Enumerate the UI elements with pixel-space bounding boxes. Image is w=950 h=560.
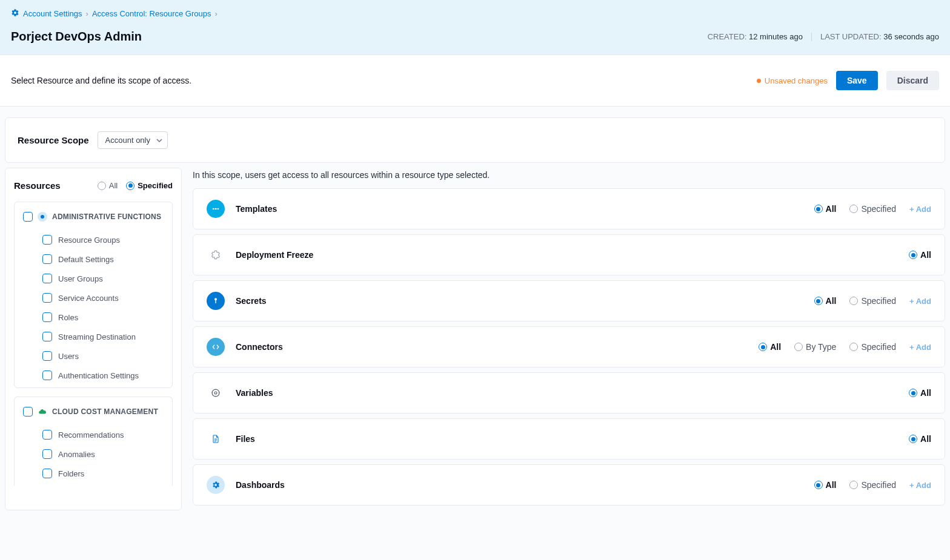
radio-all[interactable]: All bbox=[759, 342, 781, 352]
item-label: Default Settings bbox=[58, 255, 114, 264]
updated-value: 36 seconds ago bbox=[883, 32, 939, 41]
breadcrumb-account-settings[interactable]: Account Settings bbox=[23, 9, 82, 18]
radio-specified[interactable]: Specified bbox=[849, 204, 896, 214]
resource-row-secrets: Secrets All Specified + Add bbox=[193, 280, 945, 321]
add-button[interactable]: + Add bbox=[909, 297, 931, 306]
radio-label: All bbox=[920, 434, 931, 444]
radio-icon bbox=[909, 389, 917, 397]
item-checkbox[interactable] bbox=[42, 235, 52, 245]
filter-specified-label: Specified bbox=[138, 181, 173, 190]
resource-name: Deployment Freeze bbox=[236, 250, 313, 260]
item-checkbox[interactable] bbox=[42, 351, 52, 361]
filter-all-radio[interactable]: All bbox=[98, 181, 118, 190]
deployment-freeze-icon bbox=[207, 246, 225, 264]
svg-point-5 bbox=[212, 389, 219, 397]
sidebar-item-folders[interactable]: Folders bbox=[23, 464, 164, 483]
radio-all[interactable]: All bbox=[909, 250, 931, 260]
chevron-right-icon: › bbox=[214, 9, 217, 18]
breadcrumb: Account Settings › Access Control: Resou… bbox=[11, 8, 939, 19]
resource-name: Secrets bbox=[236, 296, 267, 306]
radio-all[interactable]: All bbox=[909, 388, 931, 398]
item-label: Users bbox=[58, 352, 79, 361]
radio-label: Specified bbox=[861, 204, 896, 214]
resource-scope-dropdown[interactable]: Account only bbox=[98, 131, 168, 149]
sidebar-item-auth-settings[interactable]: Authentication Settings bbox=[23, 366, 164, 385]
item-checkbox[interactable] bbox=[42, 469, 52, 478]
sidebar-item-recommendations[interactable]: Recommendations bbox=[23, 425, 164, 444]
sidebar-item-user-groups[interactable]: User Groups bbox=[23, 269, 164, 288]
discard-button[interactable]: Discard bbox=[886, 71, 939, 90]
radio-label: All bbox=[920, 388, 931, 398]
add-button[interactable]: + Add bbox=[909, 481, 931, 490]
main-description: In this scope, users get access to all r… bbox=[193, 168, 945, 180]
resource-name: Dashboards bbox=[236, 480, 285, 490]
sidebar-item-users[interactable]: Users bbox=[23, 346, 164, 366]
group-title: CLOUD COST MANAGEMENT bbox=[52, 407, 158, 416]
radio-specified[interactable]: Specified bbox=[849, 296, 896, 306]
radio-all[interactable]: All bbox=[814, 204, 837, 214]
secrets-icon bbox=[207, 292, 225, 310]
item-checkbox[interactable] bbox=[42, 371, 52, 380]
item-checkbox[interactable] bbox=[42, 274, 52, 283]
sidebar-item-default-settings[interactable]: Default Settings bbox=[23, 249, 164, 269]
item-label: Recommendations bbox=[58, 430, 124, 440]
breadcrumb-access-control[interactable]: Access Control: Resource Groups bbox=[92, 9, 211, 18]
resource-row-deployment-freeze: Deployment Freeze All bbox=[193, 234, 945, 275]
add-button[interactable]: + Add bbox=[909, 343, 931, 352]
radio-specified[interactable]: Specified bbox=[849, 480, 896, 490]
add-button[interactable]: + Add bbox=[909, 205, 931, 214]
variables-icon bbox=[207, 384, 225, 402]
main-panel: In this scope, users get access to all r… bbox=[193, 168, 945, 510]
item-checkbox[interactable] bbox=[42, 332, 52, 341]
group-checkbox[interactable] bbox=[23, 407, 33, 417]
page-header: Account Settings › Access Control: Resou… bbox=[0, 0, 950, 55]
radio-bytype[interactable]: By Type bbox=[794, 342, 836, 352]
radio-icon bbox=[814, 205, 823, 213]
item-label: Anomalies bbox=[58, 450, 95, 459]
radio-icon bbox=[849, 343, 858, 351]
item-checkbox[interactable] bbox=[42, 430, 52, 440]
dot-icon bbox=[757, 79, 761, 83]
dashboards-icon bbox=[207, 476, 225, 494]
sidebar-item-anomalies[interactable]: Anomalies bbox=[23, 444, 164, 464]
radio-specified[interactable]: Specified bbox=[849, 342, 896, 352]
radio-all[interactable]: All bbox=[814, 480, 837, 490]
filter-specified-radio[interactable]: Specified bbox=[126, 181, 173, 190]
item-checkbox[interactable] bbox=[42, 312, 52, 322]
created-label: CREATED: bbox=[708, 32, 747, 41]
sidebar-item-service-accounts[interactable]: Service Accounts bbox=[23, 288, 164, 308]
radio-icon bbox=[814, 481, 823, 489]
radio-label: All bbox=[920, 250, 931, 260]
sidebar-title: Resources bbox=[14, 180, 61, 191]
chevron-right-icon: › bbox=[86, 9, 88, 18]
group-checkbox[interactable] bbox=[23, 212, 33, 222]
item-label: Roles bbox=[58, 313, 78, 322]
radio-icon bbox=[849, 297, 858, 305]
sidebar-item-resource-groups[interactable]: Resource Groups bbox=[23, 230, 164, 249]
resource-name: Templates bbox=[236, 204, 277, 214]
resource-row-dashboards: Dashboards All Specified + Add bbox=[193, 464, 945, 506]
radio-label: All bbox=[770, 342, 781, 352]
radio-all[interactable]: All bbox=[814, 296, 837, 306]
radio-label: By Type bbox=[806, 342, 836, 352]
radio-icon bbox=[909, 435, 917, 443]
item-checkbox[interactable] bbox=[42, 293, 52, 303]
item-checkbox[interactable] bbox=[42, 254, 52, 264]
item-label: Folders bbox=[58, 469, 84, 478]
filter-all-label: All bbox=[109, 181, 118, 190]
sidebar-item-roles[interactable]: Roles bbox=[23, 308, 164, 327]
item-checkbox[interactable] bbox=[42, 449, 52, 459]
resource-scope-label: Resource Scope bbox=[18, 135, 89, 145]
save-button[interactable]: Save bbox=[836, 71, 878, 90]
admin-category-icon bbox=[38, 212, 47, 222]
connectors-icon bbox=[207, 338, 225, 356]
action-description: Select Resource and define its scope of … bbox=[11, 76, 191, 85]
radio-all[interactable]: All bbox=[909, 434, 931, 444]
group-title: ADMINISTRATIVE FUNCTIONS bbox=[52, 212, 161, 221]
unsaved-changes-indicator: Unsaved changes bbox=[757, 76, 828, 85]
radio-label: Specified bbox=[861, 342, 896, 352]
unsaved-label: Unsaved changes bbox=[765, 76, 828, 85]
sidebar-item-streaming-destination[interactable]: Streaming Destination bbox=[23, 327, 164, 346]
resource-row-templates: Templates All Specified + Add bbox=[193, 188, 945, 229]
svg-rect-4 bbox=[215, 300, 216, 303]
